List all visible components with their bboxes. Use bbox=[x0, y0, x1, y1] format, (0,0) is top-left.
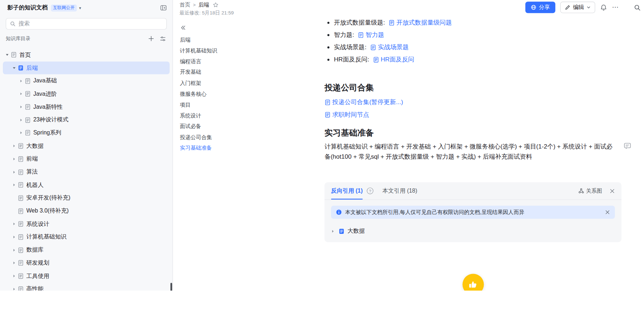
chevron-right-icon[interactable] bbox=[11, 274, 18, 278]
sidebar-scrollbar[interactable] bbox=[170, 283, 172, 291]
chevron-right-icon[interactable] bbox=[18, 118, 25, 122]
tree-item[interactable]: 前端 bbox=[3, 153, 170, 166]
bullet-marker bbox=[327, 22, 330, 24]
outline-item[interactable]: 面试必备 bbox=[180, 121, 325, 132]
dismiss-notice-icon[interactable] bbox=[605, 210, 610, 215]
chevron-right-icon[interactable] bbox=[18, 105, 25, 109]
tree-item-label: 23种设计模式 bbox=[33, 116, 68, 124]
doc-link-icon bbox=[325, 111, 331, 117]
tree-item[interactable]: 23种设计模式 bbox=[3, 113, 170, 127]
outline-item[interactable]: 投递公司合集 bbox=[180, 132, 325, 143]
chevron-down-icon[interactable] bbox=[11, 66, 18, 70]
references-tab[interactable]: 反向引用 (1) bbox=[331, 182, 363, 200]
favorite-star-icon[interactable] bbox=[213, 2, 219, 8]
chevron-right-icon[interactable] bbox=[331, 229, 335, 233]
tree-item[interactable]: 后端 bbox=[3, 61, 170, 74]
collapse-outline-icon[interactable] bbox=[180, 24, 325, 31]
tree-item[interactable]: 首页 bbox=[3, 48, 170, 61]
chevron-right-icon[interactable] bbox=[18, 131, 25, 135]
bullet-marker bbox=[327, 59, 330, 61]
doc-link-label: HR面及反问 bbox=[381, 56, 414, 64]
chevron-right-icon[interactable] bbox=[11, 261, 18, 265]
doc-link[interactable]: 投递公司合集(暂停更新...) bbox=[325, 98, 403, 106]
add-page-icon[interactable] bbox=[148, 36, 154, 42]
topbar: 首页 > 后端 最近修改: 5月18日 21:59 分享 bbox=[173, 0, 644, 16]
more-options-icon[interactable]: ⋯ bbox=[612, 4, 619, 10]
tree-item-label: 大数据 bbox=[26, 142, 44, 150]
outline-item[interactable]: 系统设计 bbox=[180, 110, 325, 121]
chevron-right-icon[interactable] bbox=[11, 235, 18, 239]
tree-item[interactable]: 系统设计 bbox=[3, 218, 170, 231]
doc-link[interactable]: 智力题 bbox=[358, 31, 384, 39]
tree-item[interactable]: Java基础 bbox=[3, 74, 170, 87]
outline-item[interactable]: 微服务核心 bbox=[180, 89, 325, 99]
chevron-right-icon[interactable] bbox=[11, 222, 18, 226]
bullet-marker bbox=[327, 34, 330, 36]
tree-item[interactable]: 安卓开发(待补充) bbox=[3, 192, 170, 205]
outline-item[interactable]: 项目 bbox=[180, 99, 325, 110]
chevron-right-icon[interactable] bbox=[11, 248, 18, 252]
comment-icon[interactable] bbox=[623, 142, 631, 151]
outline-item[interactable]: 后端 bbox=[180, 34, 325, 45]
caret-down-icon[interactable]: ▾ bbox=[79, 5, 81, 10]
doc-link-label: 投递公司合集(暂停更新...) bbox=[332, 98, 403, 106]
chevron-right-icon[interactable] bbox=[11, 157, 18, 161]
collapse-sidebar-icon[interactable] bbox=[160, 4, 167, 11]
tree-item[interactable]: Java新特性 bbox=[3, 100, 170, 113]
notifications-bell-icon[interactable] bbox=[600, 4, 607, 11]
display-settings-icon[interactable] bbox=[160, 35, 166, 42]
tree-item[interactable]: 高性能 bbox=[3, 283, 170, 291]
outline-item[interactable]: 计算机基础知识 bbox=[180, 45, 325, 56]
document-icon bbox=[338, 228, 344, 234]
help-icon[interactable]: ? bbox=[367, 188, 373, 194]
reference-item[interactable]: 大数据 bbox=[331, 225, 615, 237]
chevron-right-icon[interactable] bbox=[18, 92, 25, 96]
tree-item[interactable]: 机器人 bbox=[3, 179, 170, 192]
bullet-marker bbox=[327, 46, 330, 48]
tree-item[interactable]: 研发规划 bbox=[3, 257, 170, 270]
tree-item[interactable]: Java进阶 bbox=[3, 87, 170, 100]
doc-link[interactable]: 实战场景题 bbox=[370, 43, 409, 51]
like-button[interactable] bbox=[462, 274, 484, 291]
doc-link[interactable]: HR面及反问 bbox=[373, 56, 414, 64]
workspace-title: 影子的知识文档 bbox=[7, 4, 47, 11]
tree-item-label: 首页 bbox=[19, 51, 31, 59]
document-icon bbox=[18, 221, 26, 227]
doc-link[interactable]: 开放式数据量级问题 bbox=[389, 19, 452, 27]
tree-item-label: Spring系列 bbox=[33, 129, 62, 137]
close-references-icon[interactable] bbox=[610, 188, 615, 194]
relation-graph-button[interactable]: 关系图 bbox=[579, 187, 602, 194]
tree-item[interactable]: Web 3.0(待补充) bbox=[3, 205, 170, 218]
visibility-badge: 互联网公开 bbox=[51, 4, 77, 11]
breadcrumb-home[interactable]: 首页 bbox=[179, 1, 190, 8]
references-tab[interactable]: 本文引用 (18) bbox=[382, 182, 417, 200]
doc-link[interactable]: 求职时间节点 bbox=[325, 111, 369, 119]
document-icon bbox=[25, 104, 33, 110]
globe-icon bbox=[531, 4, 537, 10]
document-icon bbox=[18, 182, 26, 188]
tree-item[interactable]: Spring系列 bbox=[3, 127, 170, 140]
chevron-right-icon[interactable] bbox=[11, 183, 18, 187]
share-button[interactable]: 分享 bbox=[525, 2, 555, 13]
directory-section-header: 知识库目录 bbox=[0, 34, 173, 43]
doc-search-icon[interactable] bbox=[634, 4, 641, 11]
chevron-right-icon[interactable] bbox=[11, 287, 18, 291]
tree-item[interactable]: 大数据 bbox=[3, 140, 170, 153]
chevron-right-icon[interactable] bbox=[18, 79, 25, 83]
breadcrumb-current[interactable]: 后端 bbox=[199, 1, 209, 8]
chevron-right-icon[interactable] bbox=[11, 170, 18, 174]
tree-item[interactable]: 计算机基础知识 bbox=[3, 231, 170, 244]
search-input[interactable]: 搜索 bbox=[6, 18, 167, 30]
outline-item[interactable]: 入门框架 bbox=[180, 78, 325, 89]
outline-item[interactable]: 编程语言 bbox=[180, 56, 325, 67]
app-window: 影子的知识文档 互联网公开 ▾ 搜索 知识库目录 首页后端 bbox=[0, 0, 644, 291]
outline-item[interactable]: 开发基础 bbox=[180, 67, 325, 78]
edit-button[interactable]: 编辑 bbox=[560, 2, 596, 13]
tree-item[interactable]: 算法 bbox=[3, 166, 170, 179]
topbar-actions: 分享 编辑 ⋯ bbox=[525, 1, 641, 13]
chevron-down-icon[interactable] bbox=[4, 53, 10, 57]
chevron-right-icon[interactable] bbox=[11, 144, 18, 148]
tree-item[interactable]: 工具使用 bbox=[3, 270, 170, 283]
tree-item[interactable]: 数据库 bbox=[3, 244, 170, 257]
outline-item[interactable]: 实习基础准备 bbox=[180, 143, 325, 154]
